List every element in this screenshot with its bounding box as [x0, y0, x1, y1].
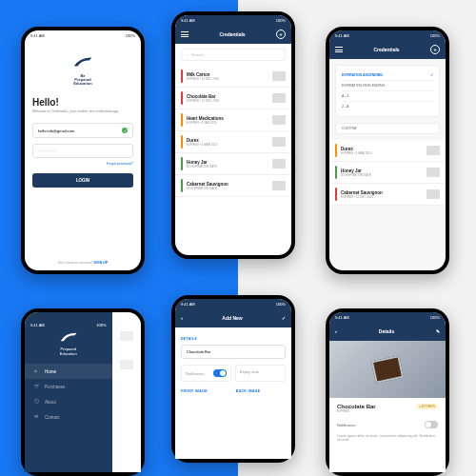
menu-icon[interactable] — [181, 31, 188, 37]
notif-label: Notification — [337, 423, 356, 427]
list-item[interactable]: Honey JarNO EXPIRATION DATE — [329, 162, 446, 184]
list-item[interactable]: Honey JarNO EXPIRATION DATE — [175, 153, 291, 175]
hello-heading: Hello! — [32, 97, 133, 108]
page-title: Credentials — [373, 47, 399, 52]
thumb — [272, 71, 286, 81]
list-item[interactable]: Cabernet SauvignonNO EXPIRATION DATE — [175, 175, 291, 197]
phone-details: 9:41 AM100% ‹ Details ✎ Chocolate Bar ● … — [326, 308, 449, 476]
list-item[interactable]: DurexEXPIRES • 4 MAR 2019 — [329, 140, 446, 162]
list-item[interactable]: Milk CartonEXPIRED • 12 DEC 2018 — [175, 66, 291, 88]
list-item[interactable]: Heart MedicationsEXPIRES • 3 JAN 2019 — [175, 109, 291, 131]
info-icon: ⓘ — [34, 399, 40, 405]
page-title: Add New — [188, 315, 276, 321]
description: Lorem ipsum dolor sit amet, consectetur … — [337, 434, 438, 442]
search-input[interactable]: ⌕ Search... — [181, 49, 286, 61]
status-bar: 9:41 AM100% — [329, 30, 446, 40]
name-field[interactable]: Chocolate Bar — [181, 345, 286, 359]
app-header: ‹ Details ✎ — [329, 322, 446, 341]
app-header: Credentials + — [329, 40, 446, 59]
status-bar: 9:41 AM100% — [175, 15, 291, 25]
phone-credentials: 9:41 AM100% Credentials + ⌕ Search... Mi… — [171, 11, 295, 259]
status-bar: 9:41 AM100% — [25, 30, 141, 40]
phone-login: 9:41 AM100% BePreparedEducation Hello! W… — [21, 27, 145, 274]
status-bar: 9:41 AM100% — [25, 320, 112, 329]
status-text: EXPIRED — [337, 409, 438, 413]
sort-option[interactable]: A - Z — [342, 91, 433, 102]
password-field[interactable]: •••••••• — [32, 144, 133, 158]
nav-drawer: 9:41 AM100% PreparedEducation ⌂Home 🛒Pur… — [25, 312, 112, 472]
phone-addnew: 9:41 AM100% ‹ Add New ✓ DETAILS Chocolat… — [171, 295, 295, 463]
list-item[interactable]: Chocolate BarEXPIRED • 12 DEC 2018 — [175, 88, 291, 109]
menu-icon[interactable] — [335, 47, 343, 52]
thumb — [272, 159, 286, 169]
notification-toggle-row: Notification — [181, 365, 231, 382]
thumb — [272, 115, 286, 125]
section-back: BACK IMAGE — [236, 389, 261, 393]
thumb — [272, 137, 286, 147]
back-icon[interactable]: ‹ — [181, 315, 183, 321]
back-icon[interactable]: ‹ — [335, 328, 337, 334]
brand-logo: PreparedEducation — [25, 329, 112, 356]
sort-panel: EXPIRATION ASCENDING✓ EXPIRATION DESCEND… — [335, 65, 440, 117]
hello-sub: Welcome to Credentials, your number one … — [32, 109, 133, 113]
thumb — [272, 181, 286, 190]
phone-sort: 9:41 AM100% Credentials + EXPIRATION ASC… — [326, 27, 449, 274]
app-header: ‹ Add New ✓ — [175, 308, 291, 327]
brand-logo: BePreparedEducation — [32, 55, 133, 86]
add-icon[interactable]: + — [276, 30, 286, 39]
list-item[interactable]: DurexEXPIRES • 4 MAR 2019 — [175, 131, 291, 153]
phone-drawer: 9:41 AM100% PreparedEducation ⌂Home 🛒Pur… — [21, 308, 145, 476]
list-item[interactable]: Cabernet SauvignonEXPIRED • 12 DEC 2018 — [329, 184, 446, 206]
section-front: FRONT IMAGE — [181, 389, 208, 393]
code-badge: ● B173HDW — [416, 404, 438, 409]
status-bar: 9:41 AM100% — [329, 312, 446, 322]
product-image — [329, 341, 446, 398]
drawer-item-home[interactable]: ⌂Home — [25, 364, 112, 379]
signup-row[interactable]: Don't have an account? SIGN UP — [25, 261, 141, 265]
cart-icon: 🛒 — [34, 384, 40, 389]
mail-icon: ✉ — [34, 414, 40, 420]
login-button[interactable]: LOGIN — [32, 173, 133, 188]
expiry-field[interactable]: Expiry date — [235, 365, 286, 382]
email-field[interactable]: hello.info@gmail.com ✓ — [32, 123, 133, 138]
save-icon[interactable]: ✓ — [282, 315, 286, 321]
sort-option[interactable]: EXPIRATION ASCENDING✓ — [342, 70, 433, 81]
sort-option[interactable]: EXPIRATION DESCENDING — [342, 81, 433, 91]
edit-icon[interactable]: ✎ — [436, 328, 440, 334]
sort-option[interactable]: Z - A — [342, 102, 433, 111]
home-icon: ⌂ — [34, 368, 40, 374]
thumb — [272, 93, 286, 103]
section-details: DETAILS — [181, 337, 286, 341]
forgot-link[interactable]: Forgot password? — [32, 162, 133, 166]
notification-toggle[interactable] — [425, 421, 438, 428]
page-title: Details — [343, 328, 430, 334]
notification-toggle[interactable] — [213, 369, 227, 377]
status-bar: 9:41 AM100% — [175, 299, 291, 308]
drawer-item-purchases[interactable]: 🛒Purchases — [25, 379, 112, 394]
app-header: Credentials + — [175, 25, 291, 44]
credentials-list: Milk CartonEXPIRED • 12 DEC 2018 Chocola… — [175, 66, 291, 197]
drawer-item-contact[interactable]: ✉Contact — [25, 409, 112, 425]
sort-custom[interactable]: CUSTOM — [335, 123, 440, 134]
check-icon: ✓ — [430, 73, 433, 77]
check-icon: ✓ — [122, 128, 128, 133]
search-icon: ⌕ — [187, 52, 188, 57]
add-icon[interactable]: + — [430, 45, 440, 54]
drawer-item-about[interactable]: ⓘAbout — [25, 394, 112, 409]
page-title: Credentials — [219, 31, 245, 37]
